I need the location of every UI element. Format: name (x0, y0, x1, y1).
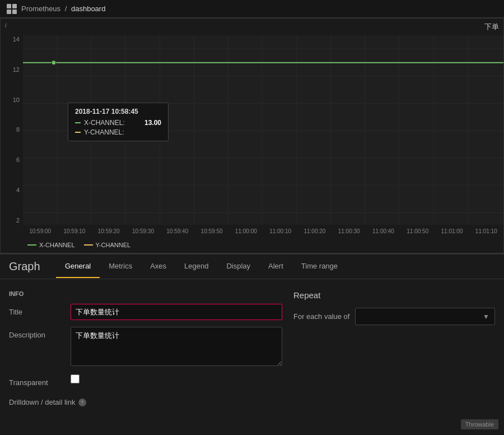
y-label-8: 8 (16, 127, 20, 133)
tab-general[interactable]: General (56, 255, 100, 278)
chart-tooltip: 2018-11-17 10:58:45 X-CHANNEL: 13.00 Y-C… (68, 103, 169, 141)
repeat-section: Repeat For each value of ▼ (293, 290, 495, 325)
breadcrumb-current: dashboard (71, 4, 105, 13)
tooltip-y-channel-label: Y-CHANNEL: (84, 128, 158, 136)
description-textarea[interactable]: 下单数量统计 (71, 327, 282, 366)
y-label-14: 14 (13, 36, 20, 43)
x-label-7: 11:00:10 (263, 228, 297, 234)
transparent-label: Transparent (9, 374, 71, 387)
breadcrumb-separator: / (65, 4, 67, 13)
tooltip-time: 2018-11-17 10:58:45 (75, 108, 161, 115)
content-area: Info Title Description 下单数量统计 Transparen… (0, 279, 504, 418)
title-input[interactable] (71, 304, 282, 320)
chart-info-badge: i (5, 22, 6, 29)
tooltip-x-channel-icon (75, 122, 81, 123)
chart-container: i 下单 14 12 10 8 6 4 2 (0, 18, 504, 253)
description-control: 下单数量统计 (71, 327, 282, 368)
tab-display[interactable]: Display (217, 255, 259, 278)
legend-x-channel-label: X-CHANNEL (39, 242, 75, 248)
tooltip-y-channel-icon (75, 132, 81, 133)
panel-tabs-section: Graph General Metrics Axes Legend Displa… (0, 253, 504, 418)
transparent-form-row: Transparent (9, 374, 282, 387)
x-label-4: 10:59:40 (160, 228, 194, 234)
tab-legend[interactable]: Legend (175, 255, 217, 278)
transparent-control (71, 374, 282, 383)
y-label-6: 6 (16, 157, 20, 163)
info-section-title: Info (9, 290, 282, 297)
tab-metrics[interactable]: Metrics (100, 255, 141, 278)
title-label: Title (9, 304, 71, 316)
x-label-2: 10:59:20 (92, 228, 126, 234)
tooltip-y-channel-row: Y-CHANNEL: (75, 128, 161, 136)
panel-title-row: Graph General Metrics Axes Legend Displa… (0, 254, 504, 279)
drilldown-info-icon: ? (78, 399, 86, 406)
drilldown-title: Drilldown / detail link ? (9, 398, 282, 406)
description-label: Description (9, 327, 71, 339)
y-label-10: 10 (13, 97, 20, 103)
x-label-6: 11:00:00 (229, 228, 263, 234)
x-label-5: 10:59:50 (194, 228, 228, 234)
legend-x-channel-icon (27, 244, 36, 246)
tooltip-x-channel-label: X-CHANNEL: (84, 119, 141, 127)
left-panel: Info Title Description 下单数量统计 Transparen… (9, 290, 282, 406)
repeat-select[interactable] (355, 308, 495, 325)
repeat-title: Repeat (293, 290, 495, 300)
transparent-checkbox[interactable] (71, 374, 80, 383)
tab-axes[interactable]: Axes (141, 255, 175, 278)
chart-legend: X-CHANNEL Y-CHANNEL (23, 237, 503, 253)
chart-plot-area[interactable]: 2018-11-17 10:58:45 X-CHANNEL: 13.00 Y-C… (23, 35, 503, 225)
y-axis: 14 12 10 8 6 4 2 (1, 35, 23, 225)
title-form-row: Title (9, 304, 282, 320)
x-label-3: 10:59:30 (126, 228, 160, 234)
breadcrumb: Prometheus / dashboard (21, 4, 105, 13)
x-label-8: 11:00:20 (297, 228, 332, 234)
svg-point-20 (52, 61, 56, 65)
legend-y-channel-label: Y-CHANNEL (96, 242, 131, 248)
drilldown-label: Drilldown / detail link (9, 398, 76, 406)
description-form-row: Description 下单数量统计 (9, 327, 282, 368)
tabs: General Metrics Axes Legend Display Aler… (56, 255, 347, 278)
panel-title: Graph (0, 254, 56, 279)
x-label-10: 11:00:40 (366, 228, 400, 234)
header: Prometheus / dashboard (0, 0, 504, 18)
tooltip-x-channel-value: 13.00 (144, 119, 161, 127)
x-label-11: 11:00:50 (400, 228, 435, 234)
right-panel: Repeat For each value of ▼ (282, 290, 495, 406)
x-label-0: 10:59:00 (23, 228, 57, 234)
x-label-9: 11:00:30 (332, 228, 366, 234)
repeat-row: For each value of ▼ (293, 308, 495, 325)
title-control (71, 304, 282, 320)
x-label-13: 11:01:10 (469, 228, 503, 234)
repeat-select-wrapper: ▼ (355, 308, 495, 325)
y-label-2: 2 (16, 218, 20, 224)
tooltip-x-channel-row: X-CHANNEL: 13.00 (75, 119, 161, 127)
legend-y-channel-icon (84, 244, 93, 246)
legend-y-channel: Y-CHANNEL (84, 242, 131, 248)
throwable-badge: Throwable (461, 419, 498, 429)
x-label-1: 10:59:10 (57, 228, 91, 234)
chart-top-right-label: 下单 (484, 22, 499, 32)
y-label-4: 4 (16, 187, 20, 193)
tab-time-range[interactable]: Time range (292, 255, 347, 278)
breadcrumb-prometheus[interactable]: Prometheus (21, 4, 60, 13)
y-label-12: 12 (13, 67, 20, 73)
tab-alert[interactable]: Alert (259, 255, 292, 278)
x-label-12: 11:01:00 (435, 228, 469, 234)
logo-icon (7, 4, 17, 14)
drilldown-section: Drilldown / detail link ? (9, 398, 282, 406)
for-each-label: For each value of (293, 308, 355, 325)
legend-x-channel: X-CHANNEL (27, 242, 75, 248)
